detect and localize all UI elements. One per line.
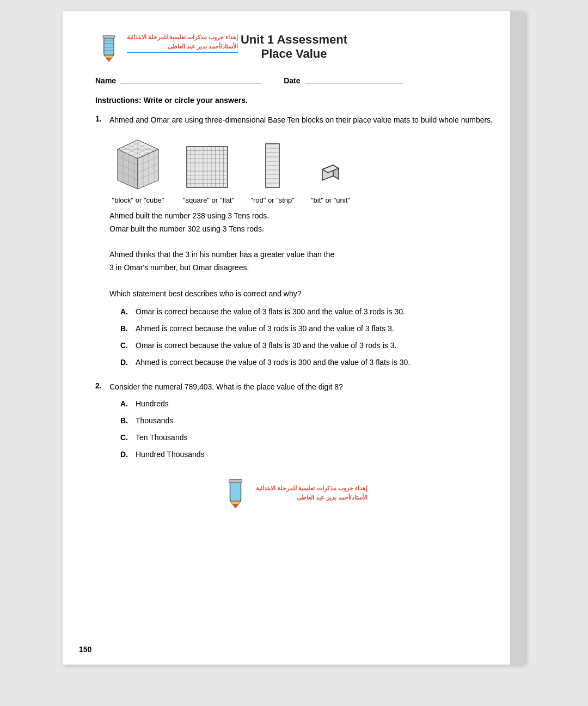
instructions: Instructions: Write or circle your answe… [95, 96, 493, 105]
narrative-line-3: Ahmed thinks that the 3 in his number ha… [109, 248, 493, 261]
narrative-line-5: Which statement best describes who is co… [109, 288, 493, 301]
q2-number: 2. [95, 381, 106, 390]
q1-choice-a-text: Omar is correct because the value of 3 f… [136, 306, 405, 318]
q2-choice-c[interactable]: C. Ten Thousands [120, 432, 493, 443]
q1-row: 1. Ahmed and Omar are using three-dimens… [95, 114, 493, 126]
question-2: 2. Consider the numeral 789,403. What is… [95, 381, 493, 460]
q2-choice-a-letter: A. [120, 398, 131, 410]
q2-choice-a[interactable]: A. Hundreds [120, 398, 493, 410]
name-line[interactable] [120, 83, 262, 83]
q2-choice-b-letter: B. [120, 415, 131, 427]
footer: إهداء جروب مذكرات تعليمية للمرحلة الابتد… [95, 477, 493, 509]
cube-block-item: "block" or "cube" [109, 136, 167, 204]
logo-underline [127, 52, 238, 53]
q2-choice-c-letter: C. [120, 432, 131, 443]
q1-choice-d-text: Ahmed is correct because the value of 3 … [136, 357, 410, 368]
svg-rect-3 [103, 35, 115, 39]
q1-choice-b-letter: B. [120, 323, 131, 334]
cube-svg [109, 136, 167, 193]
q2-choice-d[interactable]: D. Hundred Thousands [120, 449, 493, 460]
base-ten-row: "block" or "cube" [109, 136, 493, 204]
date-field: Date [284, 76, 402, 85]
name-label: Name [95, 76, 116, 85]
q2-choice-d-text: Hundred Thousands [136, 449, 205, 460]
page-number: 150 [79, 645, 91, 654]
question-1: 1. Ahmed and Omar are using three-dimens… [95, 114, 493, 368]
logo-line2: الأستاذ/أحمد بدير عبد العاطى [127, 42, 238, 51]
flat-label: "square" or "flat" [183, 196, 234, 204]
bit-label: "bit" or "unit" [311, 196, 350, 204]
q1-choice-c-text: Omar is correct because the value of 3 f… [136, 340, 396, 351]
narrative-line-2: Omar built the number 302 using 3 Tens r… [109, 223, 493, 236]
name-date-row: Name Date [95, 76, 493, 85]
right-sidebar [510, 11, 525, 665]
rod-label: "rod" or "strip" [250, 196, 295, 204]
page: إهداء جروب مذكرات تعليمية للمرحلة الابتد… [63, 11, 525, 665]
flat-block-item: "square" or "flat" [183, 141, 234, 204]
footer-line1: إهداء جروب مذكرات تعليمية للمرحلة الابتد… [256, 484, 367, 493]
name-field: Name [95, 76, 262, 85]
cube-label: "block" or "cube" [112, 196, 164, 204]
footer-pencil-icon [220, 477, 250, 509]
q1-choice-c[interactable]: C. Omar is correct because the value of … [120, 340, 493, 351]
bit-svg [317, 141, 344, 193]
logo-text-block: إهداء جروب مذكرات تعليمية للمرحلة الابتد… [127, 33, 238, 53]
q2-choices: A. Hundreds B. Thousands C. Ten Thousand… [120, 398, 493, 460]
date-label: Date [284, 76, 300, 85]
header: إهداء جروب مذكرات تعليمية للمرحلة الابتد… [95, 33, 493, 61]
q1-choice-a-letter: A. [120, 306, 131, 318]
rod-svg [263, 141, 282, 193]
q2-choice-b[interactable]: B. Thousands [120, 415, 493, 427]
date-line[interactable] [305, 83, 403, 83]
rod-block-item: "rod" or "strip" [250, 141, 295, 204]
svg-rect-75 [229, 479, 242, 483]
logo-line1: إهداء جروب مذكرات تعليمية للمرحلة الابتد… [127, 33, 238, 42]
q1-choice-d[interactable]: D. Ahmed is correct because the value of… [120, 357, 493, 368]
q2-choice-d-letter: D. [120, 449, 131, 460]
narrative-line-4: 3 in Omar's number, but Omar disagrees. [109, 261, 493, 275]
flat-svg [184, 141, 233, 193]
q1-text: Ahmed and Omar are using three-dimension… [109, 114, 493, 126]
q1-choices: A. Omar is correct because the value of … [120, 306, 493, 368]
q2-choice-a-text: Hundreds [136, 398, 169, 410]
q2-choice-b-text: Thousands [136, 415, 173, 427]
footer-line2: الأستاذ/أحمد بدير عبد العاطى [256, 493, 367, 502]
q1-choice-b[interactable]: B. Ahmed is correct because the value of… [120, 323, 493, 334]
narrative-line-1: Ahmed built the number 238 using 3 Tens … [109, 210, 493, 223]
header-logo: إهداء جروب مذكرات تعليمية للمرحلة الابتد… [95, 33, 238, 63]
q2-text: Consider the numeral 789,403. What is th… [109, 381, 343, 393]
q2-row: 2. Consider the numeral 789,403. What is… [95, 381, 493, 393]
q2-choice-c-text: Ten Thousands [136, 432, 187, 443]
q1-choice-d-letter: D. [120, 357, 131, 368]
q1-number: 1. [95, 114, 106, 123]
q1-choice-a[interactable]: A. Omar is correct because the value of … [120, 306, 493, 318]
q1-narrative: Ahmed built the number 238 using 3 Tens … [109, 210, 493, 301]
footer-text: إهداء جروب مذكرات تعليمية للمرحلة الابتد… [256, 484, 367, 502]
q1-choice-c-letter: C. [120, 340, 131, 351]
q1-choice-b-text: Ahmed is correct because the value of 3 … [136, 323, 394, 334]
pencil-icon [95, 33, 122, 63]
bit-block-item: "bit" or "unit" [311, 141, 350, 204]
